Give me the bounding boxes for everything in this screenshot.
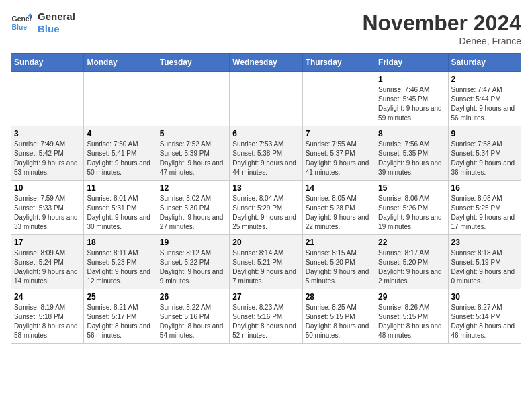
day-info: Sunrise: 8:05 AM Sunset: 5:28 PM Dayligh…: [306, 194, 372, 232]
day-header-friday: Friday: [375, 54, 448, 72]
day-number: 11: [87, 183, 153, 193]
day-info: Sunrise: 7:53 AM Sunset: 5:38 PM Dayligh…: [232, 140, 299, 177]
day-number: 16: [451, 183, 518, 193]
day-header-monday: Monday: [84, 54, 157, 72]
day-cell: 7Sunrise: 7:55 AM Sunset: 5:37 PM Daylig…: [302, 126, 375, 181]
day-cell: 18Sunrise: 8:11 AM Sunset: 5:23 PM Dayli…: [84, 235, 157, 289]
day-number: 22: [378, 238, 445, 247]
day-cell: 20Sunrise: 8:14 AM Sunset: 5:21 PM Dayli…: [230, 235, 302, 289]
day-header-sunday: Sunday: [11, 54, 84, 72]
svg-text:General: General: [12, 15, 32, 23]
day-info: Sunrise: 8:25 AM Sunset: 5:15 PM Dayligh…: [306, 303, 372, 340]
svg-text:Blue: Blue: [12, 24, 28, 31]
week-row-3: 10Sunrise: 7:59 AM Sunset: 5:33 PM Dayli…: [11, 181, 521, 235]
day-info: Sunrise: 8:14 AM Sunset: 5:21 PM Dayligh…: [232, 248, 299, 286]
day-cell: [84, 72, 157, 126]
day-cell: 1Sunrise: 7:46 AM Sunset: 5:45 PM Daylig…: [375, 72, 448, 126]
day-number: 24: [14, 292, 81, 302]
day-number: 18: [87, 238, 153, 247]
day-cell: 8Sunrise: 7:56 AM Sunset: 5:35 PM Daylig…: [375, 126, 448, 181]
day-number: 1: [378, 75, 445, 84]
day-cell: 4Sunrise: 7:50 AM Sunset: 5:41 PM Daylig…: [84, 126, 157, 181]
day-cell: 2Sunrise: 7:47 AM Sunset: 5:44 PM Daylig…: [448, 72, 521, 126]
week-row-5: 24Sunrise: 8:19 AM Sunset: 5:18 PM Dayli…: [11, 289, 521, 344]
header-row: SundayMondayTuesdayWednesdayThursdayFrid…: [11, 54, 521, 72]
day-number: 10: [14, 183, 81, 193]
day-cell: 12Sunrise: 8:02 AM Sunset: 5:30 PM Dayli…: [157, 181, 229, 235]
day-cell: 29Sunrise: 8:26 AM Sunset: 5:15 PM Dayli…: [375, 289, 448, 344]
day-cell: 19Sunrise: 8:12 AM Sunset: 5:22 PM Dayli…: [157, 235, 229, 289]
day-cell: 13Sunrise: 8:04 AM Sunset: 5:29 PM Dayli…: [230, 181, 302, 235]
day-info: Sunrise: 8:23 AM Sunset: 5:16 PM Dayligh…: [232, 303, 299, 340]
day-info: Sunrise: 8:08 AM Sunset: 5:25 PM Dayligh…: [451, 194, 518, 232]
day-number: 4: [87, 129, 153, 138]
day-cell: 25Sunrise: 8:21 AM Sunset: 5:17 PM Dayli…: [84, 289, 157, 344]
day-number: 6: [232, 129, 299, 138]
day-cell: [230, 72, 302, 126]
day-cell: 28Sunrise: 8:25 AM Sunset: 5:15 PM Dayli…: [302, 289, 375, 344]
day-info: Sunrise: 7:50 AM Sunset: 5:41 PM Dayligh…: [87, 140, 153, 177]
week-row-4: 17Sunrise: 8:09 AM Sunset: 5:24 PM Dayli…: [11, 235, 521, 289]
day-info: Sunrise: 8:27 AM Sunset: 5:14 PM Dayligh…: [451, 303, 518, 340]
day-cell: 11Sunrise: 8:01 AM Sunset: 5:31 PM Dayli…: [84, 181, 157, 235]
day-cell: 5Sunrise: 7:52 AM Sunset: 5:39 PM Daylig…: [157, 126, 229, 181]
day-info: Sunrise: 7:52 AM Sunset: 5:39 PM Dayligh…: [160, 140, 226, 177]
day-info: Sunrise: 7:59 AM Sunset: 5:33 PM Dayligh…: [14, 194, 81, 232]
day-number: 7: [306, 129, 372, 138]
day-cell: 30Sunrise: 8:27 AM Sunset: 5:14 PM Dayli…: [448, 289, 521, 344]
day-info: Sunrise: 8:02 AM Sunset: 5:30 PM Dayligh…: [160, 194, 226, 232]
day-cell: 24Sunrise: 8:19 AM Sunset: 5:18 PM Dayli…: [11, 289, 84, 344]
day-number: 5: [160, 129, 226, 138]
logo: General Blue General Blue: [11, 11, 75, 35]
day-number: 3: [14, 129, 81, 138]
day-info: Sunrise: 8:17 AM Sunset: 5:20 PM Dayligh…: [378, 248, 445, 286]
calendar-table: SundayMondayTuesdayWednesdayThursdayFrid…: [11, 53, 521, 344]
day-cell: 14Sunrise: 8:05 AM Sunset: 5:28 PM Dayli…: [302, 181, 375, 235]
day-cell: 23Sunrise: 8:18 AM Sunset: 5:19 PM Dayli…: [448, 235, 521, 289]
day-number: 12: [160, 183, 226, 193]
day-info: Sunrise: 8:09 AM Sunset: 5:24 PM Dayligh…: [14, 248, 81, 286]
day-number: 25: [87, 292, 153, 302]
day-cell: 6Sunrise: 7:53 AM Sunset: 5:38 PM Daylig…: [230, 126, 302, 181]
week-row-1: 1Sunrise: 7:46 AM Sunset: 5:45 PM Daylig…: [11, 72, 521, 126]
day-cell: 16Sunrise: 8:08 AM Sunset: 5:25 PM Dayli…: [448, 181, 521, 235]
day-number: 19: [160, 238, 226, 247]
day-number: 2: [451, 75, 518, 84]
day-cell: 26Sunrise: 8:22 AM Sunset: 5:16 PM Dayli…: [157, 289, 229, 344]
header: General Blue General Blue November 2024 …: [11, 11, 521, 46]
day-info: Sunrise: 7:49 AM Sunset: 5:42 PM Dayligh…: [14, 140, 81, 177]
day-header-thursday: Thursday: [302, 54, 375, 72]
location: Denee, France: [362, 36, 521, 46]
day-info: Sunrise: 7:55 AM Sunset: 5:37 PM Dayligh…: [306, 140, 372, 177]
day-info: Sunrise: 8:26 AM Sunset: 5:15 PM Dayligh…: [378, 303, 445, 340]
day-number: 9: [451, 129, 518, 138]
day-info: Sunrise: 7:47 AM Sunset: 5:44 PM Dayligh…: [451, 85, 518, 123]
day-info: Sunrise: 8:15 AM Sunset: 5:20 PM Dayligh…: [306, 248, 372, 286]
day-number: 30: [451, 292, 518, 302]
day-cell: 9Sunrise: 7:58 AM Sunset: 5:34 PM Daylig…: [448, 126, 521, 181]
day-number: 20: [232, 238, 299, 247]
day-info: Sunrise: 8:11 AM Sunset: 5:23 PM Dayligh…: [87, 248, 153, 286]
day-cell: [157, 72, 229, 126]
logo-line2: Blue: [38, 23, 75, 35]
day-cell: 27Sunrise: 8:23 AM Sunset: 5:16 PM Dayli…: [230, 289, 302, 344]
day-info: Sunrise: 8:18 AM Sunset: 5:19 PM Dayligh…: [451, 248, 518, 286]
day-info: Sunrise: 8:12 AM Sunset: 5:22 PM Dayligh…: [160, 248, 226, 286]
day-number: 27: [232, 292, 299, 302]
day-cell: 10Sunrise: 7:59 AM Sunset: 5:33 PM Dayli…: [11, 181, 84, 235]
day-info: Sunrise: 7:46 AM Sunset: 5:45 PM Dayligh…: [378, 85, 445, 123]
day-cell: [302, 72, 375, 126]
day-cell: 15Sunrise: 8:06 AM Sunset: 5:26 PM Dayli…: [375, 181, 448, 235]
day-info: Sunrise: 8:01 AM Sunset: 5:31 PM Dayligh…: [87, 194, 153, 232]
day-info: Sunrise: 7:56 AM Sunset: 5:35 PM Dayligh…: [378, 140, 445, 177]
day-number: 17: [14, 238, 81, 247]
day-number: 8: [378, 129, 445, 138]
day-number: 21: [306, 238, 372, 247]
day-number: 29: [378, 292, 445, 302]
day-number: 23: [451, 238, 518, 247]
day-cell: 22Sunrise: 8:17 AM Sunset: 5:20 PM Dayli…: [375, 235, 448, 289]
day-info: Sunrise: 8:19 AM Sunset: 5:18 PM Dayligh…: [14, 303, 81, 340]
day-header-saturday: Saturday: [448, 54, 521, 72]
title-area: November 2024 Denee, France: [362, 11, 521, 46]
day-number: 15: [378, 183, 445, 193]
